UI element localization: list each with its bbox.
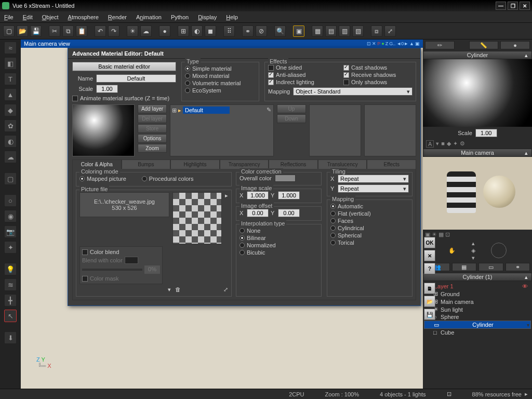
vp-icon[interactable]: ● [381, 41, 384, 46]
interp-radio[interactable]: Bilinear [240, 235, 318, 241]
scale-input[interactable] [96, 85, 118, 93]
tree-item[interactable]: ○Sphere [424, 313, 531, 321]
tool-layout2-icon[interactable]: ▤ [325, 25, 337, 37]
tool-cloud2-icon[interactable]: ☁ [4, 151, 17, 163]
blend-color-swatch[interactable] [125, 257, 138, 264]
overall-color-swatch[interactable] [275, 175, 296, 182]
link2-icon[interactable]: ⚭ [506, 263, 530, 271]
tool-layout4-icon[interactable]: ▧ [352, 25, 364, 37]
gimbal-icon[interactable] [491, 243, 507, 258]
tool-copy-icon[interactable]: ⧉ [62, 25, 74, 37]
dot2-icon[interactable]: ◆ [447, 140, 451, 148]
imgoffset-x[interactable] [247, 209, 269, 217]
tool-axis-icon[interactable]: ╋ [4, 294, 17, 307]
maximize-button[interactable]: ❐ [508, 2, 518, 10]
tool-cursor-icon[interactable]: ↖ [4, 310, 17, 322]
effect-checkbox[interactable]: Indirect lighting [268, 79, 337, 85]
tree-item[interactable]: ⊞Main camera [424, 298, 531, 305]
save-button[interactable]: 💾 [424, 309, 435, 320]
blend-pct[interactable]: 0% [144, 265, 160, 274]
imgoffset-y[interactable] [278, 209, 300, 217]
tool-planet-icon[interactable]: ◐ [4, 135, 17, 148]
tool-text-icon[interactable]: T [4, 73, 17, 85]
trash-icon[interactable]: 🗑 [175, 286, 181, 293]
tool-wind-icon[interactable]: ≋ [4, 278, 17, 291]
open-button[interactable]: 📂 [424, 296, 435, 307]
tool-save-icon[interactable]: 💾 [30, 25, 42, 37]
menu-atmosphere[interactable]: Atmosphere [68, 14, 99, 20]
effect-checkbox[interactable]: Receive shadows [343, 72, 413, 78]
tool-render-icon[interactable]: ● [159, 25, 170, 37]
nav-down-icon[interactable]: ▾ [472, 255, 475, 261]
tool-redo-icon[interactable]: ↷ [108, 25, 119, 37]
mapping-radio[interactable]: Faces [330, 218, 409, 224]
tool-fan-icon[interactable]: ✦ [4, 241, 17, 254]
anim-icon[interactable]: ▭ [478, 263, 503, 271]
interp-radio[interactable]: None [240, 228, 318, 234]
tiling-y-select[interactable]: Repeat [338, 184, 409, 193]
vp-icon[interactable]: ▲ [409, 41, 414, 46]
nav-icon[interactable]: ⊡ [445, 231, 450, 238]
tool-select-icon[interactable]: ▣ [293, 25, 304, 37]
effect-checkbox[interactable]: Cast shadows [343, 64, 413, 71]
minimize-button[interactable]: — [496, 2, 506, 10]
color-blend-checkbox[interactable]: Color blend [82, 249, 160, 255]
vp-icon[interactable]: G.. [389, 41, 395, 46]
type-radio[interactable]: Simple material [185, 65, 256, 72]
tool-plant-icon[interactable]: ✿ [4, 119, 17, 132]
arrow-icon[interactable]: ▸ [225, 192, 228, 199]
mapping-select[interactable]: Object - Standard [293, 87, 413, 96]
coloring-radio[interactable]: Procedural colors [142, 176, 194, 182]
a-icon[interactable]: A [426, 140, 434, 148]
help-button[interactable]: ? [424, 263, 435, 274]
material-tab[interactable]: Bumps [122, 159, 171, 169]
tool-expand-icon[interactable]: ⤢ [384, 25, 396, 37]
dd-icon[interactable]: ▾ [436, 140, 439, 148]
mapping-radio[interactable]: Automatic [330, 203, 409, 209]
tool-break-icon[interactable]: ⊘ [256, 25, 267, 37]
menu-object[interactable]: Object [42, 14, 59, 20]
material-tab[interactable]: Color & Alpha [72, 159, 122, 169]
tool-layout1-icon[interactable]: ▦ [312, 25, 323, 37]
object-preview[interactable] [423, 59, 532, 127]
menu-display[interactable]: Display [198, 14, 217, 20]
imgscale-x[interactable] [247, 191, 269, 200]
tool-paste-icon[interactable]: 📋 [76, 25, 87, 37]
tool-colors-icon[interactable]: ⠿ [223, 25, 235, 37]
type-radio[interactable]: Mixed material [185, 73, 256, 79]
interp-radio[interactable]: Bicubic [240, 249, 318, 256]
camera-preview[interactable] [423, 157, 532, 230]
menu-animation[interactable]: Animation [136, 14, 162, 20]
effect-checkbox[interactable]: Only shadows [343, 79, 413, 85]
close-button[interactable]: ✕ [520, 2, 530, 10]
arrow-down-icon[interactable]: ▾ [168, 286, 171, 293]
tool-link-icon[interactable]: ⚭ [242, 25, 254, 37]
texture-swatch[interactable] [172, 192, 222, 244]
material-tab[interactable]: Reflections [269, 159, 318, 169]
vp-icon[interactable]: ⊡ [367, 41, 371, 46]
material-preview[interactable] [72, 104, 135, 156]
tree-item[interactable]: □Cube [424, 329, 531, 336]
sphere-icon[interactable]: ● [500, 41, 530, 49]
layer-list[interactable]: ⊞ ▸ Default ✎ [170, 104, 274, 156]
material-tab[interactable]: Effects [367, 159, 416, 169]
mapping-radio[interactable]: Cylindrical [330, 225, 409, 231]
menu-python[interactable]: Python [171, 14, 189, 20]
vp-icon[interactable]: ✕ [372, 41, 376, 46]
type-radio[interactable]: EcoSystem [185, 87, 256, 94]
tool-solid-icon[interactable]: ◼ [205, 25, 216, 37]
layer-button[interactable]: Zoom [138, 144, 167, 153]
tool-rock-icon[interactable]: ◆ [4, 104, 17, 116]
expand-icon[interactable]: ⤢ [223, 286, 228, 293]
star-icon[interactable]: ✦ [453, 140, 458, 148]
picture-file-info[interactable]: E:\..\checker_weave.jpg 530 x 526 [79, 192, 169, 217]
name-input[interactable]: Default [96, 74, 176, 83]
tree-item[interactable]: ▸Layer 1👁 [424, 282, 531, 290]
tool-wire-icon[interactable]: ⊞ [178, 25, 189, 37]
tool-undo-icon[interactable]: ↶ [95, 25, 106, 37]
ok-button[interactable]: OK [424, 237, 435, 248]
obj-scale-input[interactable] [475, 129, 497, 137]
tool-open-icon[interactable]: 📂 [17, 25, 28, 37]
material-tab[interactable]: Transparency [220, 159, 269, 169]
basic-editor-button[interactable]: Basic material editor [72, 62, 176, 71]
